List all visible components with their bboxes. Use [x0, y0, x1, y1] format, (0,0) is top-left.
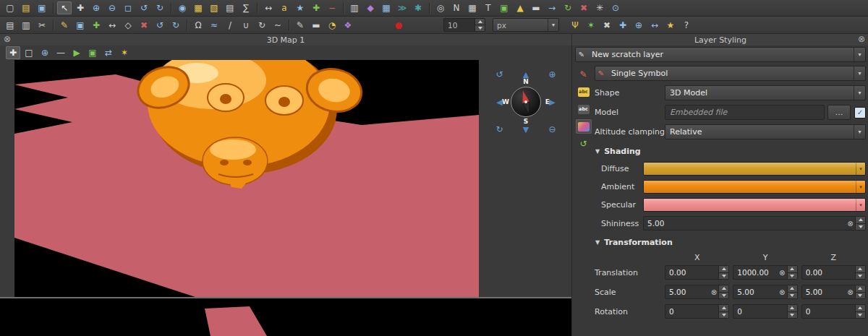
spin-down-icon[interactable] — [856, 223, 865, 231]
shape-combo[interactable]: 3D Model ▾ — [665, 85, 866, 100]
customization-icon[interactable]: ✶ — [584, 19, 598, 32]
spin-up-icon[interactable] — [856, 305, 865, 311]
scale-y-spinbox[interactable]: 5.00 ⊗ — [733, 285, 797, 299]
compass[interactable]: N S W E — [511, 87, 541, 117]
favorites-icon[interactable]: ★ — [663, 19, 678, 32]
diffuse-color-button[interactable]: ▾ — [643, 162, 866, 176]
browse-model-button[interactable]: … — [827, 105, 851, 120]
spin-up-icon[interactable] — [856, 217, 865, 223]
search-icon[interactable]: ⊙ — [608, 1, 623, 14]
spin-down-icon[interactable] — [719, 272, 728, 280]
spin-down-icon[interactable] — [856, 311, 865, 319]
add-symbol-icon[interactable]: ✚ — [616, 19, 630, 32]
tilt-up-icon[interactable]: ▲ — [523, 71, 529, 79]
merge-styles-icon[interactable]: Ψ — [568, 19, 582, 32]
spin-arrows[interactable] — [855, 266, 865, 279]
masks-tab[interactable]: abc — [576, 102, 592, 116]
spin-up-icon[interactable] — [719, 285, 728, 292]
copy-icon[interactable]: ▤ — [3, 19, 17, 32]
transformation-section-header[interactable]: ▼ Transformation — [595, 238, 866, 247]
tracing-icon[interactable]: ≈ — [207, 19, 221, 32]
export-scene-icon[interactable]: ⇄ — [101, 46, 116, 59]
ambient-color-button[interactable]: ▾ — [643, 180, 866, 194]
layer-selector-combo[interactable]: ✎ New scratch layer ▾ — [575, 47, 866, 62]
rotation-x-spinbox[interactable]: 0 — [665, 304, 729, 319]
spin-down-icon[interactable] — [788, 292, 797, 299]
image-annotation-icon[interactable]: ▣ — [497, 1, 511, 14]
spin-up-icon[interactable] — [475, 19, 485, 25]
map3d-viewport[interactable] — [14, 60, 479, 297]
spin-up-icon[interactable] — [719, 305, 728, 311]
select-features-icon[interactable]: ▦ — [191, 1, 205, 14]
translation-z-spinbox[interactable]: 0.00 — [801, 265, 866, 280]
zoom-full-icon[interactable]: ◻ — [121, 1, 135, 14]
spin-down-icon[interactable] — [788, 311, 797, 319]
3d-view-tab[interactable] — [576, 119, 592, 134]
close-map3d-icon[interactable]: ⊗ — [4, 35, 11, 43]
add-layer-icon[interactable]: ✚ — [309, 1, 323, 14]
options-icon[interactable]: ✳ — [592, 1, 607, 14]
bookmarks-icon[interactable]: ★ — [293, 1, 307, 14]
clear-value-icon[interactable]: ⊗ — [778, 269, 787, 277]
history-tab[interactable]: ↺ — [576, 137, 592, 151]
zoom-next-icon[interactable]: ↻ — [153, 1, 167, 14]
stop-render-icon[interactable]: ✖ — [576, 1, 591, 14]
export-map-icon[interactable]: → — [545, 1, 559, 14]
print-layout-icon[interactable]: ▬ — [529, 1, 543, 14]
spin-up-icon[interactable] — [788, 285, 797, 292]
spin-arrows[interactable] — [855, 217, 865, 230]
annotation-icon[interactable]: ✎ — [293, 19, 307, 32]
spin-arrows[interactable] — [718, 285, 728, 298]
zoom-to-symbol-icon[interactable]: ⊕ — [631, 19, 646, 32]
merge-features-icon[interactable]: ∪ — [239, 19, 253, 32]
clear-value-icon[interactable]: ⊗ — [846, 288, 855, 296]
undo-icon[interactable]: ↺ — [153, 19, 167, 32]
zoom-last-icon[interactable]: ↺ — [137, 1, 151, 14]
save-edits-icon[interactable]: ▣ — [73, 19, 88, 32]
symbol-type-combo[interactable]: ✎ Single Symbol ▾ — [595, 66, 866, 81]
spin-up-icon[interactable] — [788, 305, 797, 311]
spin-down-icon[interactable] — [719, 311, 728, 319]
refresh-map-icon[interactable]: ↻ — [561, 1, 575, 14]
save-as-image-icon[interactable]: ▣ — [85, 46, 100, 59]
map2d-canvas[interactable] — [0, 298, 571, 336]
clear-value-icon[interactable]: ⊗ — [778, 288, 787, 296]
stroke-width-spinbox[interactable]: 10 — [443, 18, 485, 32]
spin-up-icon[interactable] — [719, 266, 728, 272]
rotate-scene-cw-icon[interactable]: ↻ — [495, 125, 503, 134]
identify-features-icon[interactable]: ◉ — [175, 1, 190, 14]
spin-arrows[interactable] — [787, 266, 797, 279]
project-open-icon[interactable]: ▤ — [19, 1, 33, 14]
spin-arrows[interactable] — [787, 305, 797, 318]
redo-icon[interactable]: ↻ — [169, 19, 183, 32]
deselect-features-icon[interactable]: ▧ — [207, 1, 221, 14]
zoom-in-3d-icon[interactable]: ⊕ — [548, 70, 556, 79]
clear-value-icon[interactable]: ⊗ — [709, 288, 718, 296]
symbology-tab[interactable]: ✎ — [576, 67, 592, 82]
color-dropdown-icon[interactable]: ▾ — [856, 163, 865, 175]
spin-arrows[interactable] — [855, 305, 865, 318]
translation-y-spinbox[interactable]: 1000.00 ⊗ — [733, 265, 797, 280]
spin-down-icon[interactable] — [788, 272, 797, 280]
measure-icon[interactable]: ↔ — [261, 1, 276, 14]
spin-down-icon[interactable] — [856, 272, 865, 280]
move-right-icon[interactable]: ▶ — [549, 98, 555, 106]
select-box-icon[interactable]: □ — [22, 46, 36, 59]
style-manager-icon[interactable]: ◆ — [363, 1, 378, 14]
stroke-units-combo[interactable]: px▾ — [493, 18, 559, 32]
decorations-icon[interactable]: ❖ — [341, 19, 355, 32]
configure-3d-icon[interactable]: ✶ — [117, 46, 132, 59]
pan-map-icon[interactable]: ✚ — [73, 1, 88, 14]
model-embed-checkbox[interactable]: ✓ — [854, 107, 866, 119]
translation-x-spinbox[interactable]: 0.00 — [665, 265, 729, 280]
vertex-tool-icon[interactable]: ◇ — [121, 19, 135, 32]
spin-arrows[interactable] — [718, 266, 728, 279]
zoom-out-icon[interactable]: ⊖ — [105, 1, 119, 14]
spin-arrows[interactable] — [718, 305, 728, 318]
text-annotation-icon[interactable]: T — [481, 1, 495, 14]
spin-up-icon[interactable] — [856, 266, 865, 272]
project-save-icon[interactable]: ▣ — [35, 1, 49, 14]
field-calculator-icon[interactable]: ∑ — [239, 1, 253, 14]
model-file-input[interactable]: Embedded file — [665, 105, 825, 120]
camera-pan-icon[interactable]: ✚ — [6, 46, 20, 59]
